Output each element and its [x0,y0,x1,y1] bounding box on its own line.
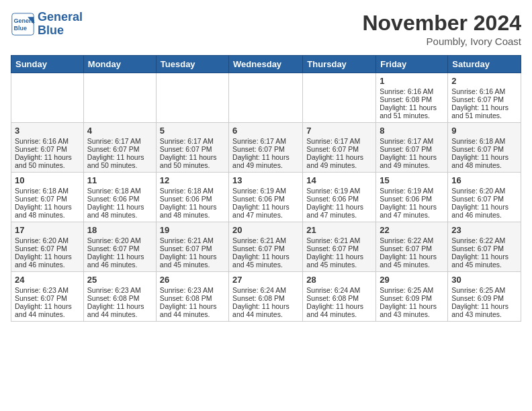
calendar-header-cell: Thursday [303,56,376,73]
sunrise-text: Sunrise: 6:20 AM [451,187,517,195]
day-number: 25 [87,275,152,285]
calendar-header-cell: Friday [376,56,448,73]
calendar-cell: 4Sunrise: 6:17 AMSunset: 6:07 PMDaylight… [83,123,156,173]
day-number: 24 [15,275,80,285]
day-number: 21 [306,225,372,235]
daylight-text: Daylight: 11 hours and 51 minutes. [380,103,444,120]
day-number: 13 [232,175,299,185]
sunrise-text: Sunrise: 6:25 AM [380,286,444,294]
sunrise-text: Sunrise: 6:17 AM [160,137,225,145]
calendar-cell: 8Sunrise: 6:17 AMSunset: 6:07 PMDaylight… [376,123,448,173]
sunset-text: Sunset: 6:07 PM [15,195,80,203]
calendar-cell: 23Sunrise: 6:22 AMSunset: 6:07 PMDayligh… [448,222,521,272]
calendar-cell: 5Sunrise: 6:17 AMSunset: 6:07 PMDaylight… [156,123,228,173]
day-number: 19 [160,225,225,235]
sunrise-text: Sunrise: 6:16 AM [15,137,80,145]
calendar-header-cell: Tuesday [156,56,228,73]
sunrise-text: Sunrise: 6:21 AM [306,236,372,244]
daylight-text: Daylight: 11 hours and 49 minutes. [380,153,444,169]
sunset-text: Sunset: 6:07 PM [87,244,152,253]
sunset-text: Sunset: 6:09 PM [451,294,517,302]
sunset-text: Sunset: 6:08 PM [160,294,225,302]
calendar-body: 1Sunrise: 6:16 AMSunset: 6:08 PMDaylight… [11,73,521,322]
sunrise-text: Sunrise: 6:18 AM [87,187,152,195]
day-number: 28 [306,275,372,285]
sunrise-text: Sunrise: 6:24 AM [232,286,299,294]
sunset-text: Sunset: 6:07 PM [451,195,517,203]
day-number: 4 [87,126,152,136]
calendar-cell: 3Sunrise: 6:16 AMSunset: 6:07 PMDaylight… [11,123,84,173]
calendar-week-row: 3Sunrise: 6:16 AMSunset: 6:07 PMDaylight… [11,123,521,173]
sunset-text: Sunset: 6:07 PM [160,244,225,253]
month-title: November 2024 [362,11,521,36]
calendar-cell: 9Sunrise: 6:18 AMSunset: 6:07 PMDaylight… [448,123,521,173]
sunrise-text: Sunrise: 6:18 AM [451,137,517,145]
day-number: 10 [15,175,80,185]
sunrise-text: Sunrise: 6:21 AM [232,236,299,244]
logo-icon: General Blue [11,12,35,36]
page-header: General Blue General Blue November 2024 … [11,11,521,47]
sunset-text: Sunset: 6:06 PM [232,195,299,203]
calendar-cell: 27Sunrise: 6:24 AMSunset: 6:08 PMDayligh… [229,272,303,322]
sunset-text: Sunset: 6:06 PM [306,195,372,203]
calendar-header-row: SundayMondayTuesdayWednesdayThursdayFrid… [11,56,521,73]
daylight-text: Daylight: 11 hours and 46 minutes. [87,253,152,269]
day-number: 20 [232,225,299,235]
calendar-header-cell: Monday [83,56,156,73]
day-number: 18 [87,225,152,235]
calendar-cell: 1Sunrise: 6:16 AMSunset: 6:08 PMDaylight… [376,73,448,123]
sunset-text: Sunset: 6:07 PM [380,244,444,253]
calendar-cell [156,73,228,123]
sunset-text: Sunset: 6:07 PM [380,145,444,153]
day-number: 26 [160,275,225,285]
daylight-text: Daylight: 11 hours and 48 minutes. [451,153,517,169]
location-title: Poumbly, Ivory Coast [362,36,521,47]
calendar-cell: 2Sunrise: 6:16 AMSunset: 6:07 PMDaylight… [448,73,521,123]
daylight-text: Daylight: 11 hours and 50 minutes. [87,153,152,169]
sunset-text: Sunset: 6:07 PM [451,145,517,153]
sunset-text: Sunset: 6:06 PM [87,195,152,203]
calendar-cell: 17Sunrise: 6:20 AMSunset: 6:07 PMDayligh… [11,222,84,272]
daylight-text: Daylight: 11 hours and 51 minutes. [451,103,517,120]
sunrise-text: Sunrise: 6:16 AM [451,87,517,95]
sunset-text: Sunset: 6:07 PM [451,95,517,103]
daylight-text: Daylight: 11 hours and 49 minutes. [232,153,299,169]
calendar-cell: 30Sunrise: 6:25 AMSunset: 6:09 PMDayligh… [448,272,521,322]
day-number: 3 [15,126,80,136]
sunset-text: Sunset: 6:08 PM [306,294,372,302]
calendar-week-row: 1Sunrise: 6:16 AMSunset: 6:08 PMDaylight… [11,73,521,123]
daylight-text: Daylight: 11 hours and 43 minutes. [451,302,517,318]
sunrise-text: Sunrise: 6:19 AM [380,187,444,195]
daylight-text: Daylight: 11 hours and 44 minutes. [306,302,372,318]
sunrise-text: Sunrise: 6:20 AM [87,236,152,244]
daylight-text: Daylight: 11 hours and 50 minutes. [160,153,225,169]
day-number: 16 [451,175,517,185]
calendar-cell: 11Sunrise: 6:18 AMSunset: 6:06 PMDayligh… [83,173,156,222]
day-number: 8 [380,126,444,136]
day-number: 17 [15,225,80,235]
sunset-text: Sunset: 6:09 PM [380,294,444,302]
daylight-text: Daylight: 11 hours and 47 minutes. [380,203,444,219]
calendar-cell [11,73,84,123]
sunset-text: Sunset: 6:07 PM [160,145,225,153]
calendar-cell: 22Sunrise: 6:22 AMSunset: 6:07 PMDayligh… [376,222,448,272]
day-number: 2 [451,76,517,86]
sunrise-text: Sunrise: 6:22 AM [451,236,517,244]
calendar-cell: 29Sunrise: 6:25 AMSunset: 6:09 PMDayligh… [376,272,448,322]
calendar-cell [303,73,376,123]
day-number: 11 [87,175,152,185]
calendar-header-cell: Sunday [11,56,84,73]
daylight-text: Daylight: 11 hours and 48 minutes. [160,203,225,219]
sunrise-text: Sunrise: 6:21 AM [160,236,225,244]
calendar-cell: 7Sunrise: 6:17 AMSunset: 6:07 PMDaylight… [303,123,376,173]
daylight-text: Daylight: 11 hours and 44 minutes. [15,302,80,318]
day-number: 7 [306,126,372,136]
calendar-cell: 20Sunrise: 6:21 AMSunset: 6:07 PMDayligh… [229,222,303,272]
daylight-text: Daylight: 11 hours and 47 minutes. [306,203,372,219]
sunrise-text: Sunrise: 6:24 AM [306,286,372,294]
sunrise-text: Sunrise: 6:17 AM [380,137,444,145]
calendar-cell: 28Sunrise: 6:24 AMSunset: 6:08 PMDayligh… [303,272,376,322]
sunset-text: Sunset: 6:07 PM [15,294,80,302]
sunrise-text: Sunrise: 6:23 AM [160,286,225,294]
sunset-text: Sunset: 6:06 PM [380,195,444,203]
